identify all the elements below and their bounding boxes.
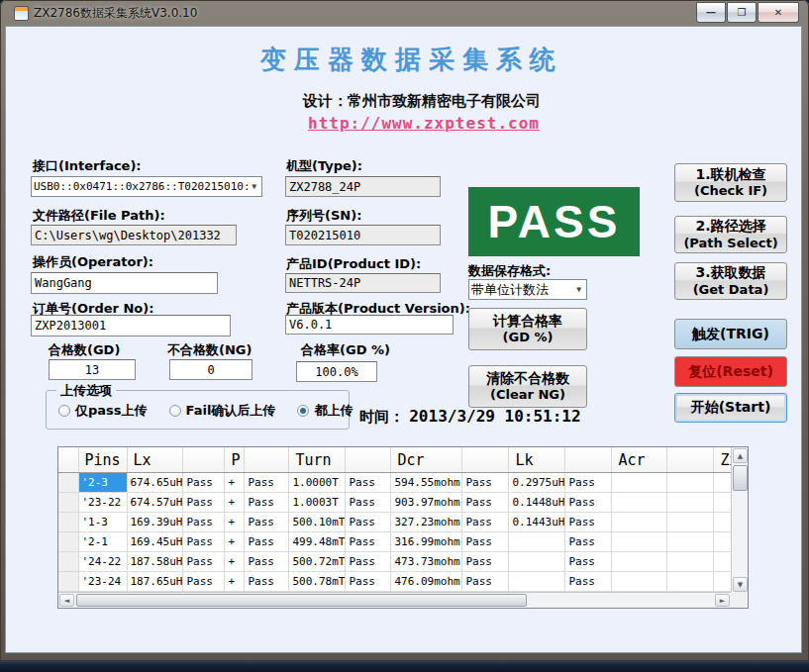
table-cell[interactable]: Pass	[565, 552, 612, 572]
row-selector[interactable]	[58, 572, 78, 592]
column-header[interactable]	[565, 447, 612, 473]
table-cell[interactable]: Pass	[462, 572, 509, 592]
column-header[interactable]	[462, 447, 509, 473]
table-cell[interactable]: Pass	[565, 493, 612, 513]
row-header-column[interactable]	[58, 447, 78, 473]
scroll-left-button[interactable]: ◄	[59, 594, 74, 607]
check-if-button[interactable]: 1.联机检查 (Check IF)	[674, 163, 787, 202]
column-header[interactable]: P	[225, 447, 245, 473]
table-cell[interactable]: Pass	[346, 473, 391, 493]
table-cell[interactable]: Pass	[462, 532, 509, 552]
table-cell[interactable]: Pass	[245, 473, 289, 493]
table-cell[interactable]: 187.65uH	[127, 572, 183, 592]
table-cell[interactable]	[612, 552, 667, 572]
operator-field[interactable]: WangGang	[31, 272, 218, 294]
row-selector[interactable]	[58, 532, 78, 552]
table-cell[interactable]: 1.0000T	[289, 473, 346, 493]
clear-ng-button[interactable]: 清除不合格数 (Clear NG)	[468, 365, 587, 408]
table-cell[interactable]	[612, 513, 667, 532]
close-button[interactable]: ✕	[758, 2, 799, 23]
row-selector[interactable]	[58, 552, 78, 572]
table-cell[interactable]: Pass	[462, 493, 509, 513]
table-cell[interactable]: 903.97mohm	[391, 493, 462, 513]
table-cell[interactable]	[509, 532, 565, 552]
interface-select[interactable]: USB0::0x0471::0x2786::T020215010:: ▼	[31, 176, 262, 197]
table-cell[interactable]: 476.09mohm	[391, 572, 462, 592]
table-cell[interactable]	[509, 552, 565, 572]
table-cell[interactable]: Pass	[462, 473, 509, 493]
column-header[interactable]: Lx	[127, 447, 183, 473]
radio-option[interactable]: 仅pass上传	[58, 402, 148, 420]
table-cell[interactable]	[612, 473, 667, 493]
vertical-scroll-thumb[interactable]	[733, 465, 748, 491]
table-cell[interactable]: 187.58uH	[127, 552, 183, 572]
table-cell[interactable]: Pass	[565, 572, 612, 592]
taskbar[interactable]	[0, 660, 809, 672]
sn-field[interactable]: T020215010	[285, 225, 441, 245]
table-cell[interactable]	[667, 473, 714, 493]
table-cell[interactable]: Pass	[462, 552, 509, 572]
product-version-field[interactable]: V6.0.1	[285, 315, 454, 335]
maximize-button[interactable]: ❐	[727, 2, 757, 23]
table-cell[interactable]: 500.78mT	[289, 572, 346, 592]
table-cell[interactable]: Pass	[346, 513, 391, 532]
table-cell[interactable]	[612, 493, 667, 513]
table-cell[interactable]	[612, 532, 667, 552]
table-cell[interactable]	[667, 552, 714, 572]
table-cell[interactable]: Pass	[346, 552, 391, 572]
row-selector[interactable]	[58, 513, 78, 532]
table-cell[interactable]: Pass	[183, 493, 225, 513]
minimize-button[interactable]: —	[696, 2, 726, 23]
table-cell[interactable]: 1.0003T	[289, 493, 346, 513]
website-link[interactable]: http://www.zxptest.com	[308, 114, 540, 133]
table-cell[interactable]: Pass	[565, 473, 612, 493]
table-cell[interactable]: 500.10mT	[289, 513, 346, 532]
path-select-button[interactable]: 2.路径选择 (Path Select)	[674, 216, 787, 253]
table-cell[interactable]: +	[225, 513, 245, 532]
get-data-button[interactable]: 3.获取数据 (Get Data)	[674, 262, 787, 300]
table-cell[interactable]	[667, 532, 714, 552]
horizontal-scroll-thumb[interactable]	[76, 594, 527, 607]
table-cell[interactable]: 0.2975uH	[509, 473, 565, 493]
table-cell[interactable]: +	[225, 552, 245, 572]
table-cell[interactable]: 499.48mT	[289, 532, 346, 552]
table-cell[interactable]: Pass	[565, 532, 612, 552]
vertical-scrollbar[interactable]: ▲ ▼	[731, 447, 748, 593]
table-cell[interactable]: Pass	[462, 513, 509, 532]
table-cell[interactable]: Pass	[245, 513, 289, 532]
trig-button[interactable]: 触发(TRIG)	[674, 319, 787, 349]
scroll-up-button[interactable]: ▲	[733, 448, 748, 463]
table-cell[interactable]	[509, 572, 565, 592]
table-cell[interactable]: +	[225, 572, 245, 592]
column-header[interactable]	[245, 447, 289, 473]
table-cell[interactable]: 473.73mohm	[391, 552, 462, 572]
table-cell[interactable]	[612, 572, 667, 592]
table-cell[interactable]: +	[225, 473, 245, 493]
table-cell[interactable]: +	[225, 532, 245, 552]
table-cell[interactable]: 0.1443uH	[509, 513, 565, 532]
title-bar[interactable]: ZX2786数据采集系统V3.0.10 — ❐ ✕	[0, 0, 809, 26]
radio-option[interactable]: 都上传	[297, 402, 353, 420]
table-cell[interactable]: 500.72mT	[289, 552, 346, 572]
table-cell[interactable]: Pass	[346, 532, 391, 552]
column-header[interactable]	[667, 447, 714, 473]
table-cell[interactable]: Pass	[183, 532, 225, 552]
table-cell[interactable]: 594.55mohm	[391, 473, 462, 493]
column-header[interactable]	[346, 447, 391, 473]
table-cell[interactable]	[667, 572, 714, 592]
table-cell[interactable]: Pass	[346, 572, 391, 592]
column-header[interactable]	[183, 447, 225, 473]
table-cell[interactable]: Pass	[245, 532, 289, 552]
horizontal-scrollbar[interactable]: ◄ ►	[58, 592, 731, 608]
table-cell[interactable]: '23-24	[78, 572, 127, 592]
table-cell[interactable]: 169.39uH	[127, 513, 183, 532]
scroll-down-button[interactable]: ▼	[733, 577, 748, 592]
file-path-field[interactable]: C:\Users\wg\Desktop\201332	[31, 225, 237, 245]
table-cell[interactable]: Pass	[565, 513, 612, 532]
order-no-field[interactable]: ZXP2013001	[31, 315, 231, 336]
table-cell[interactable]: '24-22	[78, 552, 127, 572]
column-header[interactable]: Lk	[509, 447, 565, 473]
row-selector[interactable]	[58, 473, 78, 493]
table-cell[interactable]: Pass	[183, 513, 225, 532]
column-header[interactable]: Pins	[78, 447, 127, 473]
